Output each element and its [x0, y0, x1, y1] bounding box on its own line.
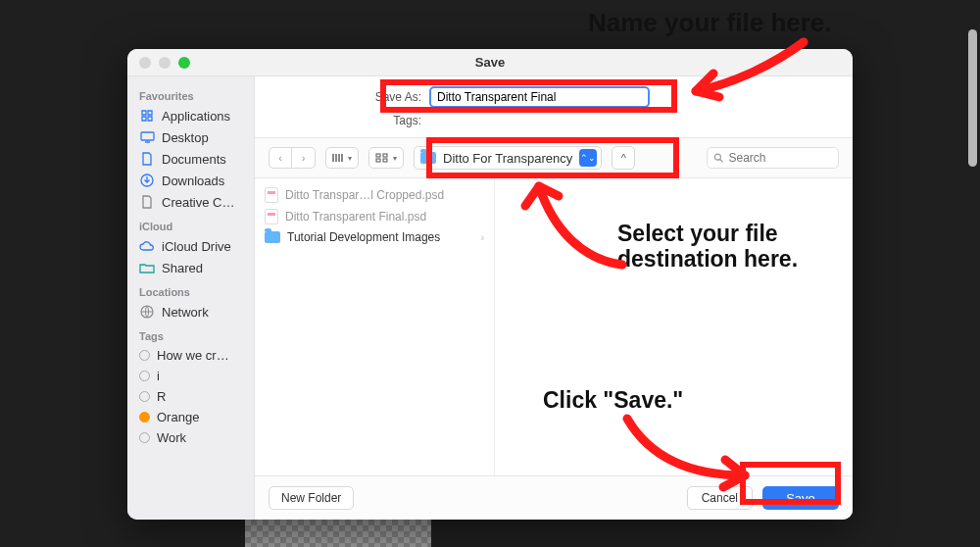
svg-rect-0: [141, 132, 154, 140]
sidebar-item-label: iCloud Drive: [162, 239, 231, 254]
chevron-updown-icon: ⌃⌄: [579, 149, 597, 167]
sidebar-item-network[interactable]: Network: [127, 301, 254, 323]
new-folder-button[interactable]: New Folder: [269, 486, 354, 510]
grid-icon: [375, 153, 389, 163]
sidebar-item-icloud-drive[interactable]: iCloud Drive: [127, 235, 254, 257]
svg-rect-5: [383, 154, 387, 157]
downloads-icon: [139, 173, 155, 188]
psd-file-icon: [265, 187, 278, 203]
sidebar-tag-r[interactable]: R: [127, 386, 254, 407]
sidebar-item-label: Documents: [162, 152, 226, 167]
sidebar-item-label: Shared: [162, 261, 203, 275]
shared-folder-icon: [139, 260, 155, 275]
save-as-input[interactable]: [429, 86, 650, 108]
sidebar-item-shared[interactable]: Shared: [127, 257, 254, 278]
dialog-body: Favourites Applications Desktop Document…: [127, 76, 853, 520]
dialog-footer: New Folder Cancel Save: [255, 475, 853, 520]
documents-icon: [139, 151, 155, 167]
save-button[interactable]: Save: [762, 486, 839, 510]
tag-dot-icon: [139, 432, 150, 443]
sidebar-item-desktop[interactable]: Desktop: [127, 126, 254, 148]
sidebar-heading-locations: Locations: [127, 278, 254, 301]
main-panel: Save As: Tags: ‹ › ▾ ▾: [255, 76, 853, 520]
toolbar: ‹ › ▾ ▾ Ditto For Transparency ⌃⌄ ^: [255, 137, 853, 178]
sidebar-item-label: i: [157, 369, 160, 383]
save-as-row: Save As:: [255, 76, 853, 112]
file-row[interactable]: Ditto Transpar…l Cropped.psd: [255, 184, 494, 206]
sidebar-heading-icloud: iCloud: [127, 213, 254, 235]
annotation-text-name-file: Name your file here.: [588, 8, 832, 38]
file-name: Ditto Transparent Final.psd: [285, 210, 426, 224]
save-as-label: Save As:: [255, 90, 421, 104]
save-dialog: Save Favourites Applications Desktop Doc…: [127, 49, 853, 520]
window-title: Save: [127, 55, 853, 70]
sidebar-tag-work[interactable]: Work: [127, 427, 254, 448]
search-icon: [713, 152, 723, 164]
psd-file-icon: [265, 209, 278, 224]
svg-rect-7: [383, 159, 387, 162]
nav-buttons: ‹ ›: [269, 147, 316, 169]
folder-icon: [265, 231, 280, 243]
forward-button[interactable]: ›: [292, 147, 316, 169]
file-icon: [139, 194, 155, 210]
tags-label: Tags:: [255, 114, 421, 127]
svg-line-9: [720, 160, 723, 163]
file-row[interactable]: Ditto Transparent Final.psd: [255, 206, 494, 227]
sidebar-item-label: Creative C…: [162, 195, 234, 210]
view-mode-button[interactable]: ▾: [325, 147, 359, 169]
file-column: Ditto Transpar…l Cropped.psd Ditto Trans…: [255, 178, 495, 475]
file-column-empty: [495, 178, 853, 475]
sidebar-tag-how-we-cr[interactable]: How we cr…: [127, 345, 254, 366]
sidebar-item-label: Applications: [162, 109, 230, 124]
sidebar-item-documents[interactable]: Documents: [127, 148, 254, 170]
search-box[interactable]: [707, 147, 839, 169]
cloud-icon: [139, 238, 155, 254]
sidebar-tag-i[interactable]: i: [127, 366, 254, 386]
sidebar: Favourites Applications Desktop Document…: [127, 76, 255, 520]
sidebar-item-label: How we cr…: [157, 348, 229, 363]
tag-dot-icon: [139, 412, 150, 423]
sidebar-tag-orange[interactable]: Orange: [127, 407, 254, 427]
sidebar-item-label: R: [157, 389, 166, 404]
group-by-button[interactable]: ▾: [368, 147, 404, 169]
cancel-button[interactable]: Cancel: [687, 486, 753, 510]
sidebar-item-label: Work: [157, 430, 186, 445]
chevron-down-icon: ▾: [393, 154, 397, 163]
chevron-down-icon: ▾: [348, 154, 352, 163]
svg-rect-4: [376, 154, 380, 157]
network-icon: [139, 304, 155, 320]
sidebar-item-label: Downloads: [162, 174, 224, 188]
titlebar: Save: [127, 49, 853, 76]
search-input[interactable]: [728, 151, 832, 165]
folder-picker-label: Ditto For Transparency: [443, 151, 572, 166]
page-scrollbar[interactable]: [968, 29, 977, 167]
columns-icon: [332, 153, 344, 163]
tag-dot-icon: [139, 371, 150, 381]
folder-picker[interactable]: Ditto For Transparency ⌃⌄: [414, 146, 602, 170]
sidebar-item-applications[interactable]: Applications: [127, 105, 254, 126]
file-browser: Ditto Transpar…l Cropped.psd Ditto Trans…: [255, 178, 853, 475]
tag-dot-icon: [139, 350, 150, 361]
sidebar-heading-tags: Tags: [127, 323, 254, 345]
tag-dot-icon: [139, 391, 150, 402]
sidebar-item-creative-cloud[interactable]: Creative C…: [127, 191, 254, 213]
svg-point-8: [714, 154, 720, 160]
sidebar-item-downloads[interactable]: Downloads: [127, 170, 254, 191]
chevron-right-icon: ›: [481, 232, 484, 243]
apps-icon: [139, 108, 155, 124]
folder-icon: [420, 152, 436, 164]
sidebar-item-label: Network: [162, 305, 209, 320]
svg-rect-6: [376, 159, 380, 162]
sidebar-item-label: Orange: [157, 410, 199, 424]
file-name: Tutorial Development Images: [287, 230, 440, 244]
sidebar-heading-favourites: Favourites: [127, 82, 254, 105]
file-row[interactable]: Tutorial Development Images›: [255, 227, 494, 247]
desktop-icon: [139, 129, 155, 145]
tags-row: Tags:: [255, 112, 853, 137]
file-name: Ditto Transpar…l Cropped.psd: [285, 188, 444, 202]
footer-right: Cancel Save: [687, 486, 839, 510]
background-checker-peek: [245, 520, 431, 547]
sidebar-item-label: Desktop: [162, 130, 209, 145]
back-button[interactable]: ‹: [269, 147, 292, 169]
collapse-button[interactable]: ^: [612, 146, 635, 170]
